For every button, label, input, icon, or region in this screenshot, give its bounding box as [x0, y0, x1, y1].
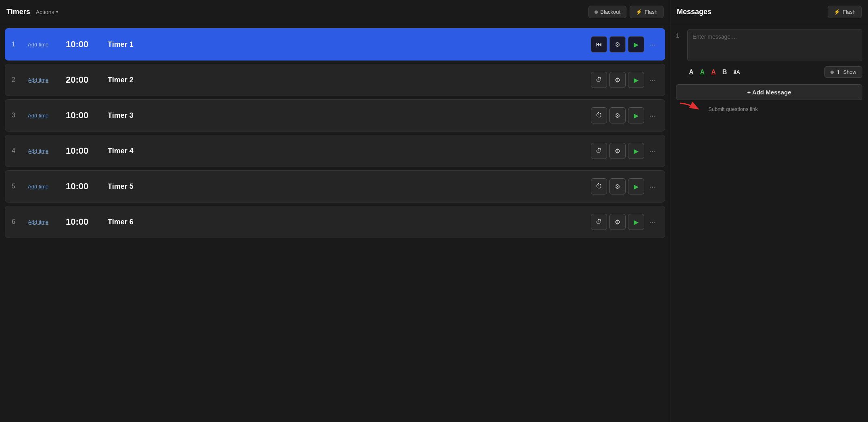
flash-button-left[interactable]: ⚡ Flash: [630, 6, 664, 18]
flash-button-right[interactable]: ⚡ Flash: [828, 6, 862, 18]
submit-questions-link[interactable]: Submit questions link: [708, 106, 758, 112]
play-icon-1: ▶: [634, 41, 638, 48]
timer-number-4: 4: [12, 147, 21, 155]
more-button-6[interactable]: ···: [647, 217, 658, 227]
timer-row-1: 1 Add time 10:00 Timer 1 ⏮ ⚙ ▶ ···: [5, 28, 665, 61]
play-button-3[interactable]: ▶: [628, 107, 644, 123]
play-button-2[interactable]: ▶: [628, 72, 644, 88]
timer-controls-2: ⏱ ⚙ ▶ ···: [591, 72, 658, 88]
timer-controls-3: ⏱ ⚙ ▶ ···: [591, 107, 658, 123]
timers-header: Timers Actions ▾ Blackout ⚡ Flash: [0, 0, 670, 24]
play-button-6[interactable]: ▶: [628, 214, 644, 230]
submit-questions-container: Submit questions link: [676, 104, 862, 112]
add-time-6[interactable]: Add time: [28, 219, 56, 225]
skip-icon: ⏮: [596, 41, 602, 48]
play-icon-4: ▶: [634, 147, 638, 155]
more-button-4[interactable]: ···: [647, 146, 658, 156]
settings-button-1[interactable]: ⚙: [609, 36, 626, 52]
settings-button-4[interactable]: ⚙: [609, 143, 626, 159]
gear-icon-4: ⚙: [615, 147, 620, 155]
gear-icon-5: ⚙: [615, 183, 620, 190]
timer-duration-4: 10:00: [66, 146, 98, 156]
actions-label: Actions: [36, 9, 54, 15]
more-button-3[interactable]: ···: [647, 111, 658, 120]
stopwatch-icon: ⏱: [596, 183, 602, 190]
more-dots-icon: ···: [649, 182, 656, 191]
play-icon-6: ▶: [634, 218, 638, 226]
stopwatch-button-6[interactable]: ⏱: [591, 214, 607, 230]
show-arrow-icon: ⬆: [836, 69, 841, 75]
stopwatch-button-4[interactable]: ⏱: [591, 143, 607, 159]
flash-label: Flash: [645, 9, 657, 15]
show-button[interactable]: ⬆ Show: [824, 66, 862, 78]
settings-button-3[interactable]: ⚙: [609, 107, 626, 123]
actions-button[interactable]: Actions ▾: [33, 7, 61, 17]
red-arrow-svg: [676, 100, 708, 116]
stopwatch-button-2[interactable]: ⏱: [591, 72, 607, 88]
messages-content: 1 A A A B äA: [670, 24, 868, 117]
timer-duration-3: 10:00: [66, 110, 98, 121]
timer-name-1: Timer 1: [108, 40, 591, 49]
play-icon-2: ▶: [634, 76, 638, 84]
timers-panel: Timers Actions ▾ Blackout ⚡ Flash 1: [0, 0, 670, 422]
timer-name-3: Timer 3: [108, 111, 591, 120]
arrow-indicator: [676, 100, 708, 117]
play-icon-3: ▶: [634, 112, 638, 119]
add-time-5[interactable]: Add time: [28, 184, 56, 190]
message-number: 1: [676, 29, 683, 61]
add-time-3[interactable]: Add time: [28, 113, 56, 119]
flash-icon-right: ⚡: [834, 9, 840, 15]
more-dots-icon: ···: [649, 111, 656, 120]
stopwatch-icon: ⏱: [596, 76, 602, 84]
stopwatch-icon: ⏱: [596, 112, 602, 119]
stopwatch-button-3[interactable]: ⏱: [591, 107, 607, 123]
add-time-1[interactable]: Add time: [28, 42, 56, 48]
skip-button-1[interactable]: ⏮: [591, 36, 607, 52]
blackout-button[interactable]: Blackout: [588, 6, 626, 18]
settings-button-5[interactable]: ⚙: [609, 178, 626, 194]
format-aa-button[interactable]: äA: [732, 68, 742, 76]
timer-row-5: 5 Add time 10:00 Timer 5 ⏱ ⚙ ▶ ···: [5, 170, 665, 203]
more-button-5[interactable]: ···: [647, 182, 658, 191]
settings-button-2[interactable]: ⚙: [609, 72, 626, 88]
flash-label-right: Flash: [843, 9, 855, 15]
more-dots-icon: ···: [649, 146, 656, 156]
timer-duration-1: 10:00: [66, 39, 98, 50]
message-textarea[interactable]: [687, 29, 862, 61]
timer-number-2: 2: [12, 76, 21, 84]
show-dot-icon: [830, 71, 834, 74]
stopwatch-icon: ⏱: [596, 218, 602, 226]
format-a-red-button[interactable]: A: [709, 68, 718, 77]
timer-name-4: Timer 4: [108, 147, 591, 155]
gear-icon-1: ⚙: [615, 41, 620, 48]
more-dots-icon: ···: [649, 217, 656, 227]
timer-duration-6: 10:00: [66, 217, 98, 227]
more-dots-icon: ···: [649, 75, 656, 85]
more-dots-icon: ···: [649, 40, 656, 49]
play-button-1[interactable]: ▶: [628, 36, 644, 52]
format-bold-button[interactable]: B: [721, 68, 729, 77]
format-toolbar: A A A B äA ⬆ Show: [676, 66, 862, 78]
header-buttons: Blackout ⚡ Flash: [588, 6, 664, 18]
play-button-4[interactable]: ▶: [628, 143, 644, 159]
play-button-5[interactable]: ▶: [628, 178, 644, 194]
more-button-1[interactable]: ···: [647, 40, 658, 49]
add-message-button[interactable]: + Add Message: [676, 84, 862, 100]
gear-icon-2: ⚙: [615, 76, 620, 84]
timers-title: Timers: [6, 8, 30, 16]
format-a-underline-button[interactable]: A: [687, 68, 695, 77]
timer-number-6: 6: [12, 218, 21, 226]
add-time-4[interactable]: Add time: [28, 148, 56, 154]
blackout-label: Blackout: [600, 9, 620, 15]
stopwatch-button-5[interactable]: ⏱: [591, 178, 607, 194]
add-time-2[interactable]: Add time: [28, 77, 56, 83]
timers-list: 1 Add time 10:00 Timer 1 ⏮ ⚙ ▶ ··· 2: [0, 24, 670, 422]
timer-name-5: Timer 5: [108, 182, 591, 191]
more-button-2[interactable]: ···: [647, 75, 658, 85]
format-a-green-button[interactable]: A: [699, 68, 707, 77]
timer-number-5: 5: [12, 183, 21, 190]
gear-icon-6: ⚙: [615, 218, 620, 226]
timer-number-3: 3: [12, 112, 21, 119]
settings-button-6[interactable]: ⚙: [609, 214, 626, 230]
flash-icon: ⚡: [636, 9, 642, 15]
